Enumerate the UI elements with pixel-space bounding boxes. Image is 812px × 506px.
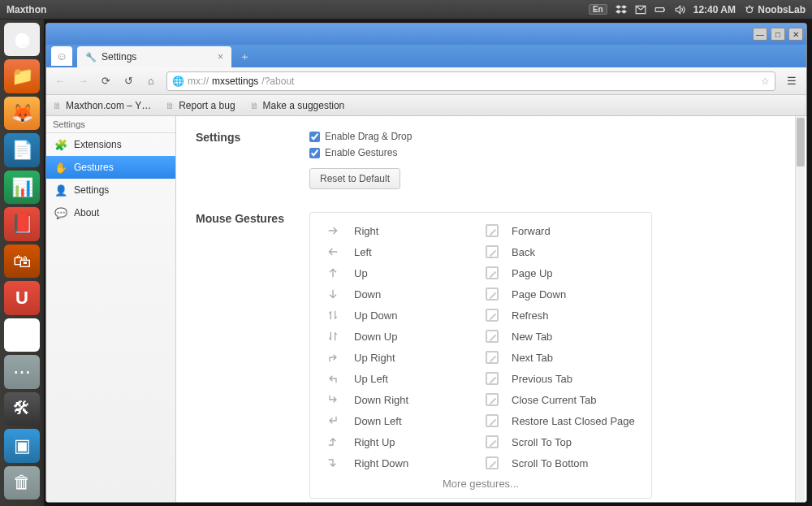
sidebar-item-about[interactable]: 💬 About xyxy=(46,201,175,224)
action-prevtab[interactable]: Previous Tab xyxy=(486,372,653,385)
edit-icon xyxy=(486,330,499,343)
forward-button[interactable]: → xyxy=(76,74,90,89)
edit-icon xyxy=(486,288,499,301)
gesture-down[interactable]: Down xyxy=(325,288,486,301)
bookmark-star-button[interactable]: ☆ xyxy=(761,76,770,87)
action-back[interactable]: Back xyxy=(486,245,653,258)
page-content: Settings 🧩 Extensions ✋ Gestures 👤 Setti… xyxy=(46,116,806,502)
chat-icon: 💬 xyxy=(54,206,67,219)
launcher-impress[interactable]: 📕 xyxy=(4,207,40,240)
edit-icon xyxy=(486,414,499,427)
more-gestures-link[interactable]: More gestures... xyxy=(325,469,637,491)
gesture-downleft[interactable]: Down Left xyxy=(325,414,486,427)
menu-button[interactable]: ☰ xyxy=(784,74,800,89)
home-button[interactable]: ⌂ xyxy=(144,74,158,89)
dropbox-indicator[interactable] xyxy=(615,4,627,15)
arrow-downleft-icon xyxy=(325,414,341,427)
gesture-upleft[interactable]: Up Left xyxy=(325,372,486,385)
action-newtab[interactable]: New Tab xyxy=(486,330,653,343)
dash-button[interactable]: ◎ xyxy=(4,23,40,56)
user-name: NoobsLab xyxy=(758,4,806,15)
settings-main-panel: Settings Enable Drag & Drop Enable Gestu… xyxy=(176,116,806,502)
tab-settings[interactable]: 🔧 Settings × xyxy=(77,46,231,67)
action-refresh[interactable]: Refresh xyxy=(486,309,653,322)
system-panel: Maxthon En 12:40 AM NoobsLab xyxy=(0,0,812,19)
launcher-firefox[interactable]: 🦊 xyxy=(4,97,40,130)
enable-drag-checkbox-row[interactable]: Enable Drag & Drop xyxy=(309,131,787,142)
window-titlebar: — □ ✕ xyxy=(46,24,806,45)
arrow-rightdown-icon xyxy=(325,456,341,469)
gesture-upright[interactable]: Up Right xyxy=(325,351,486,364)
edit-icon xyxy=(486,266,499,279)
mail-indicator[interactable] xyxy=(635,4,646,15)
gesture-left[interactable]: Left xyxy=(325,245,486,258)
sidebar-item-label: Settings xyxy=(74,184,109,196)
reset-default-button[interactable]: Reset to Default xyxy=(309,168,400,189)
tab-close-button[interactable]: × xyxy=(218,51,223,63)
launcher-maxthon[interactable]: ▣ xyxy=(4,429,40,462)
back-button[interactable]: ← xyxy=(53,74,67,89)
action-closetab[interactable]: Close Current Tab xyxy=(486,393,653,406)
bookmark-report[interactable]: 🗎Report a bug xyxy=(166,100,235,111)
window-minimize-button[interactable]: — xyxy=(753,28,767,41)
launcher-amazon[interactable]: a xyxy=(4,318,40,352)
volume-indicator[interactable] xyxy=(674,4,685,15)
arrow-upleft-icon xyxy=(325,372,341,385)
wrench-icon: 🔧 xyxy=(85,52,97,63)
url-host: mxsettings xyxy=(212,76,258,87)
gesture-rightdown[interactable]: Right Down xyxy=(325,456,486,469)
scrollbar[interactable] xyxy=(795,116,805,502)
arrow-down-icon xyxy=(325,288,341,301)
window-maximize-button[interactable]: □ xyxy=(771,28,785,41)
avatar-button[interactable]: ☺ xyxy=(51,46,72,66)
language-indicator[interactable]: En xyxy=(589,4,607,15)
new-tab-button[interactable]: ＋ xyxy=(236,49,253,65)
undo-button[interactable]: ↺ xyxy=(121,74,136,89)
sidebar-item-label: Extensions xyxy=(74,139,122,150)
action-pageup[interactable]: Page Up xyxy=(486,266,653,279)
gesture-downright[interactable]: Down Right xyxy=(325,393,486,406)
bookmark-suggest[interactable]: 🗎Make a suggestion xyxy=(250,100,345,111)
person-icon: 👤 xyxy=(54,184,67,197)
active-app-title: Maxthon xyxy=(6,4,46,15)
session-menu[interactable]: NoobsLab xyxy=(744,4,806,15)
gesture-downup[interactable]: Down Up xyxy=(325,330,486,343)
clock[interactable]: 12:40 AM xyxy=(693,4,736,15)
gesture-up[interactable]: Up xyxy=(325,266,486,279)
launcher-settings[interactable]: 🛠 xyxy=(4,392,40,426)
launcher-ubuntuone[interactable]: U xyxy=(4,281,40,314)
action-pagedown[interactable]: Page Down xyxy=(486,288,653,301)
url-input[interactable]: 🌐 mx://mxsettings/?about ☆ xyxy=(166,71,775,91)
bookmark-maxthon[interactable]: 🗎Maxthon.com – Y… xyxy=(53,100,151,111)
window-close-button[interactable]: ✕ xyxy=(788,28,803,41)
arrow-rightup-icon xyxy=(325,435,341,448)
enable-gestures-checkbox[interactable] xyxy=(309,148,320,158)
gesture-updown[interactable]: Up Down xyxy=(325,309,486,322)
edit-icon xyxy=(486,456,499,469)
gesture-rightup[interactable]: Right Up xyxy=(325,435,486,448)
action-forward[interactable]: Forward xyxy=(486,224,653,237)
launcher-calc[interactable]: 📊 xyxy=(4,171,40,204)
arrow-updown-icon xyxy=(325,309,341,322)
action-scrolltop[interactable]: Scroll To Top xyxy=(486,435,653,448)
action-restore[interactable]: Restore Last Closed Page xyxy=(486,414,653,427)
sidebar-item-settings[interactable]: 👤 Settings xyxy=(46,179,175,201)
launcher-files[interactable]: 📁 xyxy=(4,59,40,93)
enable-gestures-checkbox-row[interactable]: Enable Gestures xyxy=(309,147,787,158)
launcher-trash[interactable]: 🗑 xyxy=(4,466,40,500)
sidebar-item-gestures[interactable]: ✋ Gestures xyxy=(46,156,175,179)
launcher-software[interactable]: 🛍 xyxy=(4,244,40,278)
action-nexttab[interactable]: Next Tab xyxy=(486,351,653,364)
action-scrollbottom[interactable]: Scroll To Bottom xyxy=(486,456,653,469)
globe-icon: 🌐 xyxy=(172,76,184,87)
enable-drag-checkbox[interactable] xyxy=(309,132,320,142)
hand-icon: ✋ xyxy=(54,161,67,174)
sidebar-item-extensions[interactable]: 🧩 Extensions xyxy=(46,133,175,156)
scrollbar-thumb[interactable] xyxy=(797,118,805,167)
gesture-right[interactable]: Right xyxy=(325,224,486,237)
launcher-misc[interactable]: ⋯ xyxy=(4,355,40,388)
enable-gestures-label: Enable Gestures xyxy=(325,147,397,158)
battery-indicator[interactable] xyxy=(654,4,666,15)
launcher-writer[interactable]: 📄 xyxy=(4,133,40,167)
reload-button[interactable]: ⟳ xyxy=(98,74,113,89)
